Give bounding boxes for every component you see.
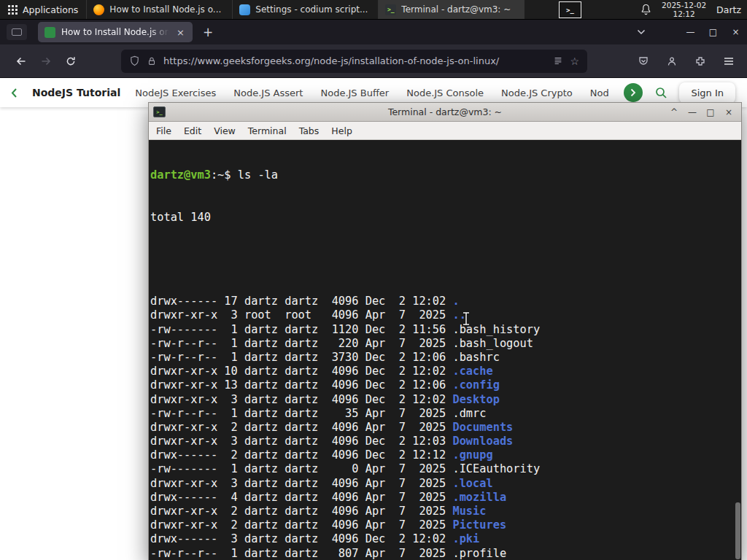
ls-entry-name: Desktop [452,393,499,406]
ls-entry-line: drwxr-xr-x 3 dartz dartz 4096 Dec 2 12:0… [150,393,741,407]
ls-entry-line: -rw------- 1 dartz dartz 0 Apr 7 2025 .I… [150,462,741,476]
ls-entry-meta: -rw-r--r-- 1 dartz dartz 220 Apr 7 2025 [150,337,452,350]
firefox-view-icon [12,28,22,36]
firefox-view-button[interactable] [7,24,27,40]
ls-entry-name: Documents [452,421,513,434]
lock-icon[interactable] [147,56,157,66]
ls-entry-line: drwxr-xr-x 10 dartz dartz 4096 Dec 2 12:… [150,365,741,378]
taskbar-item-terminal[interactable]: >_ Terminal - dartz@vm3: ~ [379,0,525,19]
sign-in-button[interactable]: Sign In [679,82,735,104]
search-icon[interactable] [654,86,667,99]
terminal-window-controls: ^ — □ × [666,105,737,120]
ls-entry-line: drwx------ 4 dartz dartz 4096 Apr 7 2025… [150,491,741,505]
terminal-menu-item[interactable]: Help [331,125,352,136]
ls-entry-meta: drwx------ 17 dartz dartz 4096 Dec 2 12:… [150,295,452,308]
gfg-nav-item[interactable]: Node.JS Crypto [501,88,573,98]
tab-list-chevron-icon[interactable] [630,29,653,35]
notification-bell-icon[interactable] [640,4,651,15]
gfg-nav-item[interactable]: NodeJS Exercises [135,88,216,98]
terminal-menu-item[interactable]: Terminal [248,125,287,136]
ls-entry-meta: drwx------ 3 dartz dartz 4096 Dec 2 12:0… [150,532,452,545]
tabbar-controls: — □ × [630,27,747,37]
applications-button[interactable]: Applications [0,0,87,19]
back-button[interactable] [9,50,34,73]
ls-entry-line: drwx------ 2 dartz dartz 4096 Dec 2 12:1… [150,448,741,462]
ls-entry-meta: drwxr-xr-x 10 dartz dartz 4096 Dec 2 12:… [150,365,452,378]
gfg-nav-item[interactable]: Node.JS Console [406,88,484,98]
tracking-shield-icon[interactable] [129,55,140,66]
ls-entry-meta: -rw-r--r-- 1 dartz dartz 3730 Dec 2 12:0… [150,351,452,364]
browser-toolbar: https://www.geeksforgeeks.org/node-js/in… [0,44,747,78]
menu-icon[interactable] [718,50,740,72]
terminal-shade-button[interactable]: ^ [666,105,682,120]
gfg-nav-item[interactable]: Node.JS Buffer [320,88,389,98]
terminal-menu-item[interactable]: Edit [184,125,201,136]
gfg-nav-item[interactable]: Node.JS DNS [590,88,610,98]
ls-entry-name: .mozilla [452,491,506,504]
bookmark-star-icon[interactable]: ☆ [570,55,579,67]
browser-maximize-button[interactable]: □ [702,27,724,37]
ls-entry-name: Music [452,505,486,518]
ls-entry-line: -rw-r--r-- 1 dartz dartz 807 Apr 7 2025 … [150,547,741,560]
panel-right: 2025-12-02 12:12 Dartz [640,0,747,19]
scrollbar-thumb[interactable] [735,502,740,559]
clock-date: 2025-12-02 [662,1,706,9]
ls-entry-name: .cache [452,365,492,378]
reload-button[interactable] [58,50,83,73]
tray-terminal-icon[interactable]: >_ [559,1,581,18]
terminal-close-button[interactable]: × [721,105,737,120]
ls-entry-name: .pki [452,532,479,545]
browser-tab[interactable]: How to Install Node.js on × [38,22,193,42]
terminal-menu-item[interactable]: File [156,125,171,136]
ls-entry-meta: drwxr-xr-x 2 dartz dartz 4096 Apr 7 2025 [150,505,452,518]
terminal-menubar: FileEditViewTerminalTabsHelp [149,122,741,140]
ls-entry-meta: drwxr-xr-x 2 dartz dartz 4096 Apr 7 2025 [150,421,452,434]
ls-entry-name: .local [452,477,492,490]
taskbar-item-codium[interactable]: Settings - codium script... [233,0,379,19]
ls-entry-line: -rw------- 1 dartz dartz 1120 Dec 2 11:5… [150,323,741,337]
ls-entry-name: .dmrc [452,407,486,420]
pocket-icon[interactable] [632,50,654,72]
tab-close-icon[interactable]: × [175,27,186,38]
ls-entry-meta: drwxr-xr-x 3 dartz dartz 4096 Dec 2 12:0… [150,435,452,448]
top-panel: Applications How to Install Node.js o...… [0,0,747,20]
forward-button[interactable] [34,50,58,73]
url-text[interactable]: https://www.geeksforgeeks.org/node-js/in… [163,55,546,66]
terminal-scrollbar[interactable] [734,140,741,560]
ls-entry-line: drwx------ 3 dartz dartz 4096 Dec 2 12:0… [150,532,741,546]
prompt-user-host: dartz@vm3 [150,168,211,182]
ls-entry-line: -rw-r--r-- 1 dartz dartz 35 Apr 7 2025 .… [150,407,741,421]
ls-entry-line: drwxr-xr-x 2 dartz dartz 4096 Apr 7 2025… [150,518,741,532]
ls-entry-name: Pictures [452,518,506,532]
terminal-content[interactable]: dartz@vm3:~$ ls -la total 140 drwx------… [149,140,741,560]
ls-entry-line: -rw-r--r-- 1 dartz dartz 220 Apr 7 2025 … [150,337,741,351]
ls-entry-meta: drwx------ 4 dartz dartz 4096 Apr 7 2025 [150,491,452,504]
reader-mode-icon[interactable] [553,56,563,66]
terminal-maximize-button[interactable]: □ [703,105,719,120]
browser-close-button[interactable]: × [724,27,747,37]
gfg-active-item[interactable]: NodeJS Tutorial [32,87,120,98]
url-bar[interactable]: https://www.geeksforgeeks.org/node-js/in… [121,50,587,73]
gfg-favicon-icon [44,27,55,38]
total-line: total 140 [150,211,741,225]
gfg-nav-items: NodeJS ExercisesNode.JS AssertNode.JS Bu… [135,88,609,98]
browser-minimize-button[interactable]: — [679,27,702,37]
terminal-titlebar[interactable]: Terminal - dartz@vm3: ~ >_ ^ — □ × [149,103,741,122]
account-icon[interactable] [661,50,683,72]
prompt-line: dartz@vm3:~$ ls -la [150,168,741,182]
terminal-icon: >_ [385,4,396,15]
terminal-menu-item[interactable]: Tabs [299,125,320,136]
ls-entry-name: .gnupg [452,448,492,462]
chevron-right-icon[interactable] [624,83,643,102]
desktop: How to Install Node.js on × + — □ × [0,0,747,560]
taskbar-item-firefox[interactable]: How to Install Node.js o... [87,0,233,19]
extensions-icon[interactable] [689,50,711,72]
terminal-minimize-button[interactable]: — [684,105,700,120]
terminal-glyph: >_ [566,7,574,14]
clock[interactable]: 2025-12-02 12:12 [662,1,706,18]
gfg-nav-item[interactable]: Node.JS Assert [233,88,303,98]
chevron-left-icon[interactable] [10,88,18,98]
new-tab-button[interactable]: + [198,25,217,39]
firefox-icon [93,4,104,15]
terminal-menu-item[interactable]: View [214,125,236,136]
